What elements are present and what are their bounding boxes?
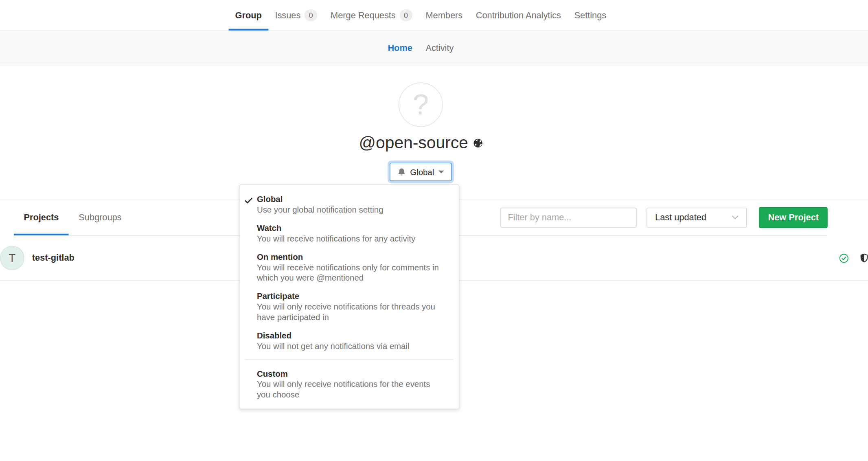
group-name-title: @open-source: [359, 134, 483, 152]
tab-issues-label: Issues: [275, 10, 300, 20]
project-row-icons: [839, 253, 868, 263]
option-title: Custom: [257, 368, 441, 379]
group-avatar: ?: [399, 83, 443, 127]
pipeline-status-check-circle-icon[interactable]: [839, 253, 848, 263]
option-description: You will receive notifications for any a…: [257, 233, 441, 244]
notification-option-global[interactable]: Global Use your global notification sett…: [240, 190, 459, 219]
tab-projects[interactable]: Projects: [14, 199, 69, 235]
filter-by-name-input[interactable]: [501, 207, 637, 227]
tab-group[interactable]: Group: [228, 0, 268, 31]
subnav-home[interactable]: Home: [381, 43, 419, 53]
check-icon: [245, 196, 252, 206]
notification-dropdown-menu: Global Use your global notification sett…: [239, 184, 459, 409]
option-description: Use your global notification setting: [257, 204, 441, 215]
option-title: Watch: [257, 223, 441, 233]
secondary-navigation: Home Activity: [0, 31, 868, 65]
option-title: On mention: [257, 251, 441, 262]
merge-requests-count-badge: 0: [399, 9, 412, 21]
subnav-activity[interactable]: Activity: [419, 43, 460, 53]
notification-option-disabled[interactable]: Disabled You will not get any notificati…: [240, 326, 459, 355]
tab-group-label: Group: [235, 10, 262, 20]
tab-members-label: Members: [425, 10, 462, 20]
tab-members[interactable]: Members: [419, 0, 469, 31]
new-project-button[interactable]: New Project: [759, 207, 828, 228]
tab-settings[interactable]: Settings: [568, 0, 613, 31]
option-title: Participate: [257, 291, 441, 301]
bell-icon: [397, 168, 406, 176]
caret-down-icon: [438, 171, 444, 173]
tab-subgroups-label: Subgroups: [79, 212, 121, 222]
tab-merge-requests[interactable]: Merge Requests 0: [324, 0, 419, 31]
tab-subgroups[interactable]: Subgroups: [69, 199, 132, 235]
tab-contribution-analytics[interactable]: Contribution Analytics: [469, 0, 568, 31]
notification-option-watch[interactable]: Watch You will receive notifications for…: [240, 219, 459, 248]
group-header: ? @open-source: [0, 65, 868, 199]
notification-option-on-mention[interactable]: On mention You will receive notification…: [240, 248, 459, 287]
tab-merge-requests-label: Merge Requests: [331, 10, 396, 20]
earth-public-visibility-icon: [473, 138, 482, 147]
option-title: Disabled: [257, 330, 441, 340]
top-navigation: Group Issues 0 Merge Requests 0 Members …: [0, 0, 868, 31]
chevron-down-icon: [732, 215, 739, 220]
dropdown-divider: [245, 359, 453, 360]
tab-issues[interactable]: Issues 0: [268, 0, 324, 31]
tab-projects-label: Projects: [24, 212, 59, 222]
sort-dropdown[interactable]: Last updated: [647, 207, 747, 227]
tab-contribution-analytics-label: Contribution Analytics: [476, 10, 561, 20]
option-title: Global: [257, 194, 441, 204]
projects-controls: Last updated New Project: [501, 207, 828, 228]
shield-half-visibility-icon: [860, 254, 868, 263]
option-description: You will receive notifications only for …: [257, 262, 441, 283]
notification-option-custom[interactable]: Custom You will only receive notificatio…: [240, 364, 459, 404]
option-description: You will only receive notifications for …: [257, 301, 441, 323]
notification-option-participate[interactable]: Participate You will only receive notifi…: [240, 287, 459, 326]
project-name-link[interactable]: test-gitlab: [32, 253, 75, 263]
notification-button-label: Global: [410, 167, 434, 177]
notification-dropdown-button[interactable]: Global: [390, 163, 452, 181]
tab-settings-label: Settings: [574, 10, 607, 20]
group-name: @open-source: [359, 134, 468, 152]
option-description: You will only receive notifications for …: [257, 379, 441, 400]
project-avatar: T: [0, 246, 24, 270]
group-avatar-placeholder: ?: [413, 90, 429, 119]
gitlab-group-page: Group Issues 0 Merge Requests 0 Members …: [0, 0, 868, 461]
sort-dropdown-value: Last updated: [655, 212, 706, 222]
projects-tabs: Projects Subgroups: [14, 199, 132, 235]
option-description: You will not get any notifications via e…: [257, 340, 441, 351]
project-avatar-initial: T: [9, 252, 16, 264]
issues-count-badge: 0: [305, 9, 318, 21]
